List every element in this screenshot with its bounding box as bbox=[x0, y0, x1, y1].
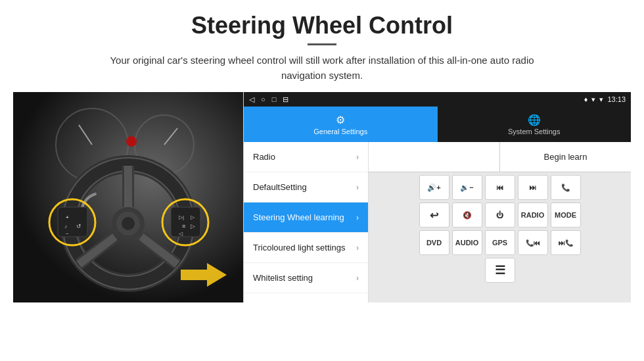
menu-item-steering-wheel[interactable]: Steering Wheel learning › bbox=[244, 203, 368, 233]
car-image: + ♪ − ↺ ▷| ≡ ◁ ▷ ▷ bbox=[13, 92, 243, 302]
call-next-icon: ⏭📞 bbox=[559, 239, 573, 247]
call-next-button[interactable]: ⏭📞 bbox=[551, 230, 581, 255]
vol-up-icon: 🔊+ bbox=[427, 183, 440, 192]
ctrl-row-3: DVD AUDIO GPS 📞⏮ bbox=[371, 230, 628, 255]
menu-icon-button[interactable]: ☰ bbox=[485, 258, 515, 283]
nav-cast-icon[interactable]: ⊟ bbox=[283, 95, 288, 104]
tab-general[interactable]: ⚙ General Settings bbox=[244, 107, 438, 142]
mode-button[interactable]: MODE bbox=[551, 203, 581, 228]
svg-text:▷: ▷ bbox=[191, 223, 195, 229]
controls-grid: 🔊+ 🔉− ⏮ ⏭ 📞 bbox=[369, 172, 631, 302]
general-settings-icon: ⚙ bbox=[336, 114, 345, 126]
dvd-button[interactable]: DVD bbox=[419, 230, 449, 255]
mute-icon: 🔇 bbox=[463, 211, 472, 220]
menu-item-radio[interactable]: Radio › bbox=[244, 142, 368, 172]
ctrl-row-4: ☰ bbox=[371, 258, 628, 283]
svg-text:≡: ≡ bbox=[182, 223, 185, 229]
svg-text:◁: ◁ bbox=[179, 231, 183, 237]
gps-icon: ♦ bbox=[584, 95, 588, 103]
clock: 13:13 bbox=[607, 95, 626, 103]
svg-text:↺: ↺ bbox=[76, 223, 81, 229]
tab-system-label: System Settings bbox=[508, 128, 560, 135]
prev-track-button[interactable]: ⏮ bbox=[485, 175, 515, 200]
ctrl-row-2: ↩ 🔇 ⏻ RADIO MOD bbox=[371, 203, 628, 228]
svg-rect-18 bbox=[58, 207, 87, 237]
gps-button[interactable]: GPS bbox=[485, 230, 515, 255]
wifi-icon: ▾ bbox=[591, 95, 595, 104]
prev-track-icon: ⏮ bbox=[496, 183, 503, 191]
svg-rect-23 bbox=[171, 207, 200, 237]
phone-icon: 📞 bbox=[561, 183, 570, 192]
call-prev-button[interactable]: 📞⏮ bbox=[518, 230, 548, 255]
status-indicators: ♦ ▾ ▾ 13:13 bbox=[584, 95, 626, 104]
gps-label: GPS bbox=[492, 239, 507, 247]
tab-bar: ⚙ General Settings 🌐 System Settings bbox=[244, 107, 631, 142]
page-title: Steering Wheel Control bbox=[191, 12, 453, 39]
vol-up-button[interactable]: 🔊+ bbox=[419, 175, 449, 200]
menu-item-default-setting[interactable]: DefaultSetting › bbox=[244, 172, 368, 203]
hang-up-button[interactable]: ↩ bbox=[419, 203, 449, 228]
controls-panel: Begin learn 🔊+ 🔉− bbox=[369, 142, 631, 302]
chevron-right-icon: › bbox=[356, 243, 359, 253]
system-settings-icon: 🌐 bbox=[528, 114, 541, 126]
empty-slot bbox=[369, 142, 500, 172]
nav-recent-icon[interactable]: □ bbox=[272, 95, 277, 103]
svg-text:♪: ♪ bbox=[64, 224, 67, 229]
ctrl-row-1: 🔊+ 🔉− ⏮ ⏭ 📞 bbox=[371, 175, 628, 200]
menu-icon: ☰ bbox=[495, 263, 505, 277]
vol-down-button[interactable]: 🔉− bbox=[452, 175, 482, 200]
dvd-label: DVD bbox=[426, 239, 442, 247]
chevron-right-icon: › bbox=[356, 153, 359, 162]
next-track-button[interactable]: ⏭ bbox=[518, 175, 548, 200]
nav-back-icon[interactable]: ◁ bbox=[249, 95, 254, 104]
android-panel: ◁ ○ □ ⊟ ♦ ▾ ▾ 13:13 ⚙ General Settings bbox=[243, 92, 631, 302]
chevron-right-icon: › bbox=[356, 213, 359, 222]
call-prev-icon: 📞⏮ bbox=[526, 239, 540, 247]
main-area: Radio › DefaultSetting › Steering Wheel … bbox=[244, 142, 631, 302]
radio-button[interactable]: RADIO bbox=[518, 203, 548, 228]
audio-label: AUDIO bbox=[455, 239, 478, 247]
tab-general-label: General Settings bbox=[313, 128, 367, 135]
svg-text:−: − bbox=[66, 231, 69, 237]
chevron-right-icon: › bbox=[356, 274, 359, 283]
chevron-right-icon: › bbox=[356, 183, 359, 192]
menu-item-tricoloured[interactable]: Tricoloured light settings › bbox=[244, 233, 368, 263]
menu-list: Radio › DefaultSetting › Steering Wheel … bbox=[244, 142, 369, 302]
begin-learn-row: Begin learn bbox=[369, 142, 631, 172]
hang-up-icon: ↩ bbox=[430, 209, 438, 222]
content-row: + ♪ − ↺ ▷| ≡ ◁ ▷ ▷ bbox=[13, 92, 631, 302]
status-bar: ◁ ○ □ ⊟ ♦ ▾ ▾ 13:13 bbox=[244, 92, 631, 107]
call-button[interactable]: 📞 bbox=[551, 175, 581, 200]
page-subtitle: Your original car's steering wheel contr… bbox=[92, 53, 552, 83]
audio-button[interactable]: AUDIO bbox=[452, 230, 482, 255]
begin-learn-button[interactable]: Begin learn bbox=[500, 142, 631, 172]
signal-icon: ▾ bbox=[599, 95, 603, 104]
svg-text:+: + bbox=[66, 214, 69, 220]
tab-system[interactable]: 🌐 System Settings bbox=[438, 107, 632, 142]
svg-text:▷|: ▷| bbox=[179, 214, 184, 220]
svg-text:▷: ▷ bbox=[191, 214, 195, 220]
title-divider bbox=[308, 43, 336, 45]
vol-down-icon: 🔉− bbox=[460, 183, 473, 192]
next-track-icon: ⏭ bbox=[529, 183, 536, 191]
menu-item-whitelist[interactable]: Whitelist setting › bbox=[244, 263, 368, 293]
svg-point-5 bbox=[126, 136, 137, 147]
nav-home-icon[interactable]: ○ bbox=[261, 95, 265, 103]
power-icon: ⏻ bbox=[496, 211, 503, 219]
mode-label: MODE bbox=[555, 211, 576, 219]
mute-button[interactable]: 🔇 bbox=[452, 203, 482, 228]
svg-point-11 bbox=[122, 217, 135, 230]
nav-buttons: ◁ ○ □ ⊟ bbox=[249, 95, 288, 104]
power-button[interactable]: ⏻ bbox=[485, 203, 515, 228]
radio-label: RADIO bbox=[521, 211, 544, 219]
